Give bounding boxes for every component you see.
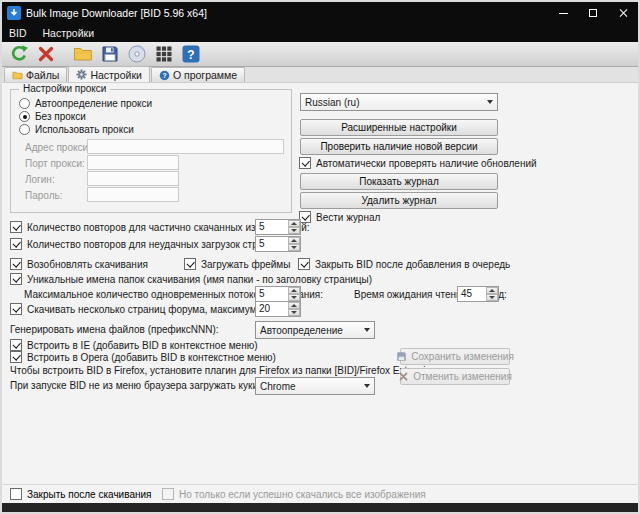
unique-folders-checkbox[interactable]: Уникальные имена папок скачивания (имя п… xyxy=(10,273,372,285)
language-select[interactable]: Russian (ru) xyxy=(300,93,498,111)
retries-pages-checkbox[interactable]: Количество повторов для неудачных загруз… xyxy=(10,238,283,250)
save-icon xyxy=(396,351,407,362)
close-icon xyxy=(618,8,628,18)
open-folder-button[interactable] xyxy=(70,43,95,65)
spinner-buttons xyxy=(288,220,300,234)
radio-icon xyxy=(19,124,30,135)
spinner-value: 5 xyxy=(256,237,288,251)
cancel-button[interactable] xyxy=(33,43,58,65)
save-button-toolbar[interactable] xyxy=(97,43,122,65)
cancel-changes-button: Отменить изменения xyxy=(400,368,510,385)
maximize-button[interactable] xyxy=(578,2,608,24)
menu-bid[interactable]: BID xyxy=(9,27,27,39)
close-after-download-label: Закрыть после скачивания xyxy=(27,489,151,500)
resume-downloads-checkbox[interactable]: Возобновлять скачивания xyxy=(10,258,148,270)
spinner-up-icon[interactable] xyxy=(288,287,300,294)
tab-files[interactable]: Файлы xyxy=(4,67,67,82)
refresh-icon xyxy=(9,44,29,64)
checkbox-checked-icon xyxy=(10,303,22,315)
proxy-auto-label: Автоопределение прокси xyxy=(35,98,152,109)
spinner-down-icon[interactable] xyxy=(288,244,300,251)
menu-settings[interactable]: Настройки xyxy=(43,27,95,39)
checkbox-unchecked-icon xyxy=(10,488,22,500)
close-after-download-checkbox[interactable]: Закрыть после скачивания xyxy=(10,488,151,500)
proxy-none-label: Без прокси xyxy=(35,111,86,122)
tabbar: Файлы Настройки ? О программе xyxy=(2,67,638,83)
spinner-up-icon[interactable] xyxy=(486,287,498,294)
radio-icon xyxy=(19,98,30,109)
retries-partial-spinner[interactable]: 5 xyxy=(255,219,301,235)
checkbox-checked-icon xyxy=(184,258,196,270)
cancel-icon xyxy=(36,44,56,64)
forum-pages-checkbox[interactable]: Скачивать несколько страниц форума, макс… xyxy=(10,303,259,315)
filenames-value: Автоопределение xyxy=(260,325,343,336)
spinner-value: 20 xyxy=(256,302,288,316)
settings-panel: Настройки прокси Автоопределение прокси … xyxy=(2,83,638,484)
spinner-down-icon[interactable] xyxy=(288,294,300,301)
toolbar: ? xyxy=(2,42,638,67)
load-frames-checkbox[interactable]: Загружать фреймы xyxy=(184,258,290,270)
save-changes-label: Сохранить изменения xyxy=(411,351,514,362)
grid-button[interactable] xyxy=(151,43,176,65)
titlebar: Bulk Image Downloader [BID 5.96 x64] xyxy=(2,2,638,24)
close-button[interactable] xyxy=(608,2,638,24)
unique-folders-label: Уникальные имена папок скачивания (имя п… xyxy=(27,274,372,285)
spinner-buttons xyxy=(288,237,300,251)
check-version-button[interactable]: Проверить наличие новой версии xyxy=(300,138,498,155)
disc-button[interactable] xyxy=(124,43,149,65)
proxy-use-label: Использовать прокси xyxy=(35,124,134,135)
help-button[interactable]: ? xyxy=(178,43,203,65)
max-threads-spinner[interactable]: 5 xyxy=(255,286,301,302)
tab-about[interactable]: ? О программе xyxy=(151,67,245,82)
spinner-down-icon[interactable] xyxy=(486,294,498,301)
refresh-button[interactable] xyxy=(6,43,31,65)
delete-log-button[interactable]: Удалить журнал xyxy=(300,192,498,209)
spinner-up-icon[interactable] xyxy=(288,220,300,227)
gear-icon xyxy=(76,69,87,80)
embed-opera-label: Встроить в Opera (добавить BID в контекс… xyxy=(27,352,276,363)
proxy-login-label: Логин: xyxy=(25,174,55,185)
close-after-queue-checkbox[interactable]: Закрыть BID после добавления в очередь xyxy=(298,258,510,270)
svg-text:?: ? xyxy=(187,48,194,62)
checkbox-checked-icon xyxy=(10,221,22,233)
spinner-down-icon[interactable] xyxy=(288,309,300,316)
auto-check-updates-checkbox[interactable]: Автоматически проверять наличие обновлен… xyxy=(299,157,537,169)
proxy-none-radio[interactable]: Без прокси xyxy=(19,111,86,122)
cookies-select[interactable]: Chrome xyxy=(255,377,375,395)
tab-settings[interactable]: Настройки xyxy=(68,66,150,82)
checkbox-unchecked-icon xyxy=(162,488,174,500)
embed-ie-checkbox[interactable]: Встроить в IE (добавить BID в контекстно… xyxy=(10,339,258,351)
proxy-use-radio[interactable]: Использовать прокси xyxy=(19,124,134,135)
read-timeout-spinner[interactable]: 45 xyxy=(457,286,499,302)
spinner-up-icon[interactable] xyxy=(288,237,300,244)
retries-pages-label: Количество повторов для неудачных загруз… xyxy=(27,239,283,250)
proxy-group: Настройки прокси Автоопределение прокси … xyxy=(10,89,292,213)
checkbox-checked-icon xyxy=(299,157,311,169)
advanced-settings-button[interactable]: Расширенные настройки xyxy=(300,119,498,136)
language-value: Russian (ru) xyxy=(305,97,359,108)
proxy-address-label: Адрес прокси: xyxy=(25,142,91,153)
app-icon xyxy=(7,6,21,20)
forum-pages-spinner[interactable]: 20 xyxy=(255,301,301,317)
proxy-address-input xyxy=(87,139,284,154)
app-window: Bulk Image Downloader [BID 5.96 x64] BID… xyxy=(0,0,640,514)
load-frames-label: Загружать фреймы xyxy=(201,259,290,270)
window-controls xyxy=(548,2,638,24)
embed-ie-label: Встроить в IE (добавить BID в контекстно… xyxy=(27,340,258,351)
cancel-changes-label: Отменить изменения xyxy=(413,371,512,382)
cancel-icon xyxy=(398,371,409,382)
retries-pages-spinner[interactable]: 5 xyxy=(255,236,301,252)
keep-log-checkbox[interactable]: Вести журнал xyxy=(299,211,380,223)
filenames-select[interactable]: Автоопределение xyxy=(255,321,375,339)
proxy-port-label: Порт прокси: xyxy=(25,158,85,169)
spinner-up-icon[interactable] xyxy=(288,302,300,309)
spinner-down-icon[interactable] xyxy=(288,227,300,234)
show-log-label: Показать журнал xyxy=(359,176,438,187)
proxy-auto-radio[interactable]: Автоопределение прокси xyxy=(19,98,152,109)
show-log-button[interactable]: Показать журнал xyxy=(300,173,498,190)
minimize-button[interactable] xyxy=(548,2,578,24)
checkbox-checked-icon xyxy=(10,238,22,250)
status-bar xyxy=(2,503,638,513)
checkbox-checked-icon xyxy=(10,273,22,285)
embed-opera-checkbox[interactable]: Встроить в Opera (добавить BID в контекс… xyxy=(10,351,276,363)
